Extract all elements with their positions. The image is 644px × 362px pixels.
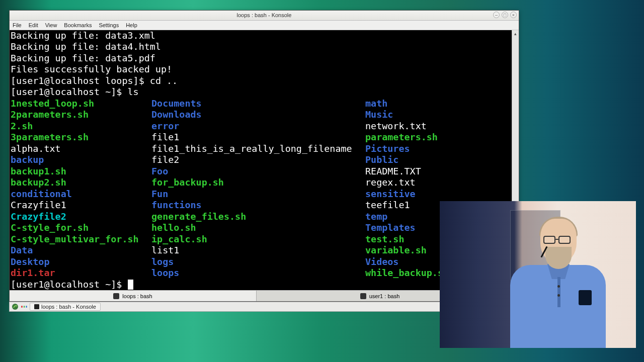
ls-entry: temp bbox=[365, 211, 387, 222]
ls-entry: backup1.sh bbox=[11, 166, 66, 176]
ls-entry: C-style_for.sh bbox=[11, 222, 89, 233]
menu-edit[interactable]: Edit bbox=[29, 22, 38, 28]
ls-entry: backup2.sh bbox=[11, 177, 66, 188]
menu-bookmarks[interactable]: Bookmarks bbox=[64, 22, 92, 28]
window-maximize-button[interactable]: □ bbox=[502, 12, 508, 18]
tab-loops-bash[interactable]: loops : bash bbox=[10, 291, 257, 301]
ls-entry: math bbox=[365, 98, 387, 109]
ls-entry: Pictures bbox=[365, 143, 410, 154]
ls-entry: alpha.txt bbox=[11, 143, 61, 154]
tab-label: loops : bash bbox=[122, 293, 152, 299]
terminal-cursor bbox=[128, 280, 133, 290]
menu-settings[interactable]: Settings bbox=[99, 22, 119, 28]
ls-entry: hello.sh bbox=[151, 222, 196, 233]
ls-entry: dir1.tar bbox=[11, 267, 55, 278]
taskbar-app-button[interactable]: loops : bash - Konsole bbox=[30, 303, 101, 311]
ls-entry: Crazyfile1 bbox=[11, 200, 66, 210]
menu-help[interactable]: Help bbox=[126, 22, 137, 28]
ls-entry: for_backup.sh bbox=[151, 177, 224, 188]
ls-entry: network.txt bbox=[365, 121, 427, 131]
ls-entry: Crazyfile2 bbox=[11, 211, 66, 222]
ls-entry: file1_this_is_a_really_long_filename bbox=[151, 143, 352, 154]
terminal-output[interactable]: Backing up file: data3.xml Backing up fi… bbox=[10, 30, 512, 291]
ls-entry: regex.txt bbox=[365, 177, 416, 188]
ls-entry: Videos bbox=[365, 256, 398, 267]
ls-entry: parameters.sh bbox=[365, 132, 438, 142]
gecko-icon[interactable] bbox=[12, 303, 19, 310]
scroll-up-button[interactable]: ▴ bbox=[512, 30, 519, 37]
ls-entry: sensitive bbox=[365, 189, 416, 199]
ls-entry: Data bbox=[11, 245, 33, 255]
tab-label: user1 : bash bbox=[369, 293, 400, 299]
menu-view[interactable]: View bbox=[45, 22, 57, 28]
presenter-video-overlay bbox=[440, 201, 636, 348]
ls-entry: error bbox=[151, 121, 179, 131]
menu-bar: File Edit View Bookmarks Settings Help bbox=[10, 21, 519, 30]
ls-entry: Desktop bbox=[11, 256, 50, 267]
ls-entry: ip_calc.sh bbox=[151, 234, 207, 244]
ls-entry: Documents bbox=[151, 98, 202, 109]
ls-entry: Foo bbox=[151, 166, 168, 176]
ls-entry: test.sh bbox=[365, 234, 405, 244]
ls-entry: logs bbox=[151, 256, 174, 267]
ls-entry: teefile1 bbox=[365, 200, 410, 210]
terminal-icon bbox=[34, 304, 39, 309]
svg-point-0 bbox=[12, 304, 18, 310]
ls-entry: C-style_multivar_for.sh bbox=[11, 234, 139, 244]
ls-entry: Fun bbox=[151, 189, 168, 199]
window-minimize-button[interactable]: – bbox=[493, 12, 500, 18]
ls-entry: functions bbox=[151, 200, 202, 210]
window-title: loops : bash - Konsole bbox=[237, 12, 292, 18]
ls-entry: 3parameters.sh bbox=[11, 132, 89, 142]
window-close-button[interactable]: × bbox=[510, 12, 517, 18]
ls-entry: generate_files.sh bbox=[151, 211, 246, 222]
ls-entry: 1nested_loop.sh bbox=[11, 98, 94, 109]
ls-entry: file2 bbox=[151, 154, 179, 165]
ls-entry: Templates bbox=[365, 222, 416, 233]
ls-entry: 2parameters.sh bbox=[11, 109, 89, 120]
ls-entry: variable.sh bbox=[365, 245, 427, 255]
ls-entry: loops bbox=[151, 267, 179, 278]
ls-entry: file1 bbox=[151, 132, 179, 142]
desktop-taskbar: loops : bash - Konsole bbox=[9, 302, 441, 312]
ls-entry: while_backup.s bbox=[365, 267, 443, 278]
ls-entry: 2.sh bbox=[11, 121, 33, 131]
ls-entry: Public bbox=[365, 154, 398, 165]
activities-icon[interactable] bbox=[21, 303, 28, 310]
menu-file[interactable]: File bbox=[13, 22, 22, 28]
terminal-icon bbox=[113, 293, 119, 299]
ls-entry: README.TXT bbox=[365, 166, 421, 176]
window-titlebar[interactable]: loops : bash - Konsole – □ × bbox=[10, 11, 519, 21]
ls-entry: backup bbox=[11, 154, 44, 165]
terminal-icon bbox=[360, 293, 366, 299]
ls-entry: conditional bbox=[11, 189, 72, 199]
ls-entry: Downloads bbox=[151, 109, 202, 120]
ls-entry: Music bbox=[365, 109, 393, 120]
taskbar-app-label: loops : bash - Konsole bbox=[41, 304, 96, 310]
presenter-figure bbox=[520, 219, 601, 348]
ls-entry: list1 bbox=[151, 245, 179, 255]
